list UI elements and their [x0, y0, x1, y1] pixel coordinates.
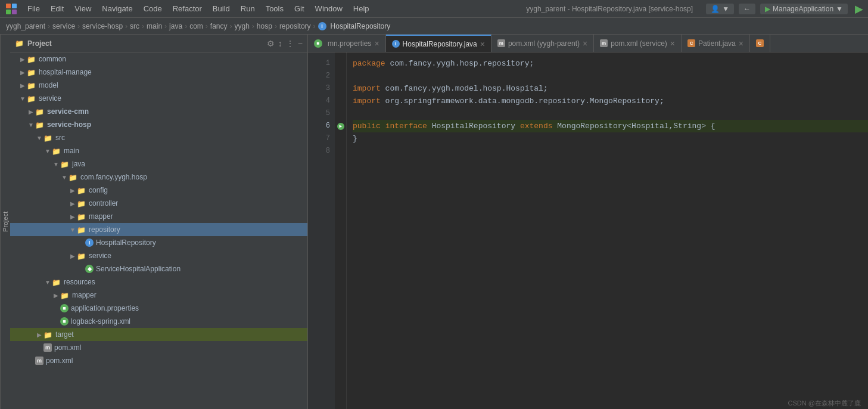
tab-mn-properties[interactable]: ■ mn.properties × [308, 35, 386, 52]
menu-edit[interactable]: Edit [46, 3, 69, 14]
app-logo [5, 2, 18, 16]
tree-item-common[interactable]: ▶ 📁 common [10, 52, 307, 66]
chevron-right-icon: ▶ [69, 253, 77, 259]
chevron-right-icon: ▶ [18, 56, 27, 63]
chevron-down-icon: ▼ [60, 174, 69, 181]
watermark: CSDN @在森林中麓了鹿 [781, 398, 868, 409]
menu-file[interactable]: File [23, 3, 45, 14]
tree-item-package[interactable]: ▼ 📁 com.fancy.yygh.hosp [10, 171, 307, 184]
tree-item-src[interactable]: ▼ 📁 src [10, 131, 307, 144]
breadcrumb-yygh-parent[interactable]: yygh_parent [6, 22, 45, 30]
breadcrumb-fancy[interactable]: fancy [210, 22, 228, 30]
menu-run[interactable]: Run [236, 3, 260, 14]
tree-item-model[interactable]: ▶ 📁 model [10, 79, 307, 92]
line-num-3: 3 [308, 82, 335, 95]
tree-item-repository[interactable]: ▼ 📁 repository [10, 223, 307, 236]
settings-icon[interactable]: ⚙ [267, 39, 275, 48]
menu-help[interactable]: Help [349, 3, 374, 14]
tab-close-pom-service[interactable]: × [670, 39, 675, 48]
menu-window[interactable]: Window [310, 3, 347, 14]
code-content[interactable]: package com.fancy.yygh.hosp.repository; … [347, 52, 868, 409]
editor-area: ■ mn.properties × I HospitalRepository.j… [308, 35, 868, 409]
menu-navigate[interactable]: Navigate [97, 3, 137, 14]
breadcrumb-hosp[interactable]: hosp [257, 22, 272, 30]
tab-patient[interactable]: C Patient.java × [682, 35, 750, 52]
tab-hospitalrepository[interactable]: I HospitalRepository.java × [386, 35, 491, 52]
breadcrumb-hospitalrepository[interactable]: HospitalRepository [331, 22, 391, 30]
tree-item-service-hosp[interactable]: ▼ 📁 service-hosp [10, 118, 307, 131]
code-editor[interactable]: 1 2 3 4 5 6 7 8 ▶ package com.fancy.yygh… [308, 52, 868, 409]
xml-badge: ■ [60, 317, 69, 326]
folder-icon: 📁 [60, 160, 70, 168]
folder-icon: 📁 [43, 331, 53, 338]
tab-extra[interactable]: C [750, 35, 770, 52]
tree-item-resources[interactable]: ▼ 📁 resources [10, 275, 307, 289]
svg-rect-2 [6, 10, 11, 14]
sidebar-header-icons: ⚙ ↕ ⋮ − [267, 39, 303, 48]
breadcrumb-main[interactable]: main [147, 22, 162, 30]
back-button[interactable]: ← [739, 4, 755, 14]
menu-build[interactable]: Build [208, 3, 235, 14]
sort-icon[interactable]: ↕ [278, 39, 282, 48]
tree-item-application-properties[interactable]: ■ application.properties [10, 302, 307, 315]
chevron-right-icon: ▶ [69, 187, 77, 194]
tab-close-hospital[interactable]: × [480, 39, 485, 49]
vcs-button[interactable]: 👤 ▼ [706, 4, 734, 14]
breadcrumb-src[interactable]: src [130, 22, 139, 30]
tab-close-mn[interactable]: × [374, 39, 379, 48]
breadcrumb-service[interactable]: service [52, 22, 75, 30]
menu-code[interactable]: Code [139, 3, 167, 14]
project-vertical-tab[interactable]: Project [0, 35, 10, 409]
svg-rect-0 [6, 4, 11, 8]
tab-close-pom-parent[interactable]: × [583, 39, 587, 48]
breadcrumb-java[interactable]: java [169, 22, 182, 30]
menu-refactor[interactable]: Refactor [168, 3, 207, 14]
tree-item-service-sub[interactable]: ▶ 📁 service [10, 249, 307, 262]
run-button[interactable]: ▶ [855, 2, 863, 16]
breadcrumb-com[interactable]: com [189, 22, 203, 30]
breadcrumb-service-hosp[interactable]: service-hosp [82, 22, 123, 30]
tab-pom-parent[interactable]: m pom.xml (yygh-parent) × [491, 35, 594, 52]
tree-item-controller[interactable]: ▶ 📁 controller [10, 197, 307, 210]
manage-application-button[interactable]: ▶ ManageApplication ▼ [760, 4, 848, 14]
folder-icon: 📁 [35, 121, 45, 128]
tree-item-target[interactable]: ▶ 📁 target [10, 328, 307, 341]
chevron-down-icon: ▼ [35, 135, 43, 141]
tree-item-mapper-resources[interactable]: ▶ 📁 mapper [10, 289, 307, 302]
gutter-breakpoint-icon: ▶ [336, 120, 346, 132]
folder-icon: 📁 [77, 252, 86, 259]
line-numbers: 1 2 3 4 5 6 7 8 [308, 52, 335, 409]
code-line-4: import org.springframework.data.mongodb.… [353, 95, 868, 107]
code-line-3: import com.fancy.yygh.model.hosp.Hospita… [353, 82, 868, 95]
tree-item-service[interactable]: ▼ 📁 service [10, 92, 307, 105]
chevron-right-icon: ▶ [35, 331, 43, 338]
tree-item-pom-service[interactable]: m pom.xml [10, 354, 307, 367]
tree-item-hospitalrepository[interactable]: I HospitalRepository [10, 236, 307, 249]
line-num-5: 5 [308, 107, 335, 120]
collapse-icon[interactable]: ⋮ [286, 39, 294, 48]
class-tab-icon: C [687, 39, 695, 47]
maven-badge: m [43, 343, 52, 352]
menu-view[interactable]: View [70, 3, 96, 14]
maven-tab-icon: m [497, 39, 505, 47]
menu-git[interactable]: Git [290, 3, 309, 14]
tree-item-main[interactable]: ▼ 📁 main [10, 144, 307, 157]
svg-rect-3 [12, 10, 17, 14]
tree-item-java[interactable]: ▼ 📁 java [10, 157, 307, 171]
tree-item-service-cmn[interactable]: ▶ 📁 service-cmn [10, 105, 307, 118]
tree-item-pom-service-hosp[interactable]: m pom.xml [10, 341, 307, 354]
tree-item-mapper[interactable]: ▶ 📁 mapper [10, 210, 307, 223]
tree-item-logback-xml[interactable]: ■ logback-spring.xml [10, 315, 307, 328]
chevron-down-icon: ▼ [18, 95, 27, 102]
code-line-5 [353, 107, 868, 120]
folder-icon: 📁 [77, 200, 86, 207]
minimize-icon[interactable]: − [298, 39, 303, 48]
breadcrumb-repository[interactable]: repository [279, 22, 311, 30]
menu-tools[interactable]: Tools [261, 3, 288, 14]
tree-item-servicehospitalapplication[interactable]: ◆ ServiceHospitalApplication [10, 262, 307, 275]
tree-item-config[interactable]: ▶ 📁 config [10, 184, 307, 197]
tab-pom-service[interactable]: m pom.xml (service) × [594, 35, 682, 52]
tree-item-hospital-manage[interactable]: ▶ 📁 hospital-manage [10, 66, 307, 79]
breadcrumb-yygh[interactable]: yygh [234, 22, 249, 30]
tab-close-patient[interactable]: × [739, 39, 743, 48]
